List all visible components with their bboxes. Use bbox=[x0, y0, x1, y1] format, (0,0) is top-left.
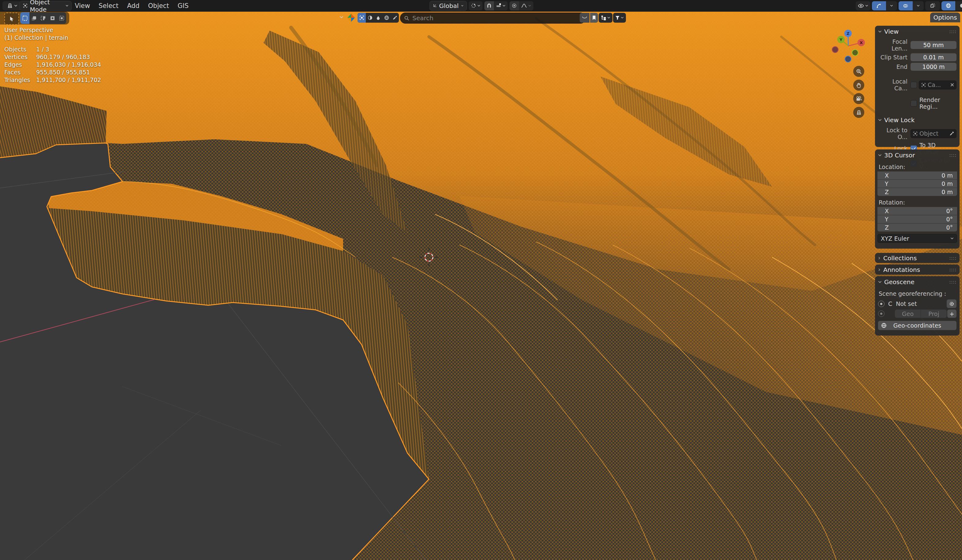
panel-grip-handle[interactable] bbox=[949, 30, 957, 33]
display-mode-dropdown[interactable] bbox=[599, 13, 612, 23]
proportional-edit-toggle[interactable] bbox=[510, 1, 519, 10]
mode-dropdown[interactable]: Object Mode bbox=[19, 1, 72, 11]
panel-collections[interactable]: Collections bbox=[875, 253, 960, 263]
panel-grip-handle[interactable] bbox=[949, 280, 957, 284]
rotation-order-dropdown[interactable]: XYZ Euler bbox=[877, 234, 957, 243]
clip-start-field[interactable]: 0.01 m bbox=[910, 53, 957, 61]
crs-settings-button[interactable] bbox=[947, 299, 957, 308]
visibility-dropdown[interactable] bbox=[856, 1, 870, 10]
select-box-button[interactable] bbox=[20, 12, 29, 24]
crs-radio[interactable] bbox=[878, 301, 885, 307]
render-region-checkbox[interactable] bbox=[910, 100, 917, 106]
cursor-rot-y[interactable]: Y0° bbox=[877, 215, 957, 223]
cursor-rot-z[interactable]: Z0° bbox=[877, 224, 957, 232]
show-overlays-toggle[interactable] bbox=[899, 1, 913, 10]
options-button[interactable]: Options bbox=[930, 13, 960, 23]
select-intersect-button[interactable] bbox=[57, 12, 66, 24]
snap-toggle-button[interactable] bbox=[484, 1, 494, 10]
header-collapse-button[interactable] bbox=[579, 13, 589, 23]
navigation-gizmo[interactable]: Z Y X bbox=[827, 27, 870, 64]
filter-dropdown[interactable] bbox=[613, 13, 626, 23]
shading-solid-button[interactable] bbox=[955, 1, 962, 10]
xray-toggle[interactable] bbox=[925, 1, 940, 10]
gizmo-x-label: X bbox=[860, 40, 863, 45]
geo-button[interactable]: Geo bbox=[895, 309, 921, 318]
menu-select[interactable]: Select bbox=[97, 2, 120, 10]
shading-wireframe-button[interactable] bbox=[941, 1, 955, 10]
proportional-falloff-dropdown[interactable] bbox=[519, 1, 533, 10]
collection-label: (1) Collection | terrain bbox=[4, 34, 101, 42]
gis-clean-button[interactable] bbox=[391, 13, 399, 23]
perspective-label: User Perspective bbox=[4, 26, 101, 34]
chevron-down-icon bbox=[878, 281, 882, 283]
select-invert-button[interactable] bbox=[48, 12, 57, 24]
add-crs-button[interactable]: + bbox=[947, 309, 957, 318]
panel-annotations[interactable]: Annotations bbox=[875, 264, 960, 275]
gis-basemap-button[interactable] bbox=[366, 13, 374, 23]
select-extend-button[interactable] bbox=[29, 12, 39, 24]
chevron-down-icon bbox=[528, 5, 531, 7]
panel-grip-handle[interactable] bbox=[949, 154, 957, 157]
panel-grip-handle[interactable] bbox=[949, 268, 957, 272]
local-camera-object-field[interactable]: Ca... bbox=[919, 80, 957, 89]
geo-coordinates-button[interactable]: Geo-coordinates bbox=[878, 321, 957, 330]
focal-length-field[interactable]: 50 mm bbox=[910, 41, 957, 49]
search-input[interactable] bbox=[412, 14, 560, 22]
gizmo-z-neg-axis[interactable] bbox=[845, 56, 851, 62]
panel-geoscene-header[interactable]: Geoscene bbox=[875, 276, 960, 287]
panel-grip-handle[interactable] bbox=[949, 257, 957, 260]
panel-view-header[interactable]: View bbox=[875, 26, 960, 37]
pivot-point-dropdown[interactable] bbox=[469, 1, 483, 10]
camera-view-button[interactable] bbox=[853, 93, 864, 104]
chevron-down-icon bbox=[461, 5, 463, 7]
panel-geoscene: Geoscene Scene georeferencing : C Not se… bbox=[875, 276, 960, 336]
bookmark-button[interactable] bbox=[590, 13, 598, 23]
geo-proj-radio[interactable] bbox=[878, 311, 885, 317]
pan-button[interactable] bbox=[853, 80, 864, 91]
zoom-button[interactable] bbox=[853, 66, 864, 77]
blender-window: Object Mode View Select Add Object GIS G… bbox=[0, 0, 962, 560]
overlays-dropdown[interactable] bbox=[913, 1, 924, 10]
chevron-down-icon bbox=[865, 5, 868, 7]
clip-end-row: End 1000 m bbox=[878, 63, 957, 71]
transform-orientation-dropdown[interactable]: Global bbox=[429, 1, 467, 11]
perspective-toggle-button[interactable] bbox=[853, 107, 864, 118]
gizmo-y-neg-axis[interactable] bbox=[852, 50, 858, 56]
menu-add[interactable]: Add bbox=[125, 2, 142, 10]
active-tool-tweak-button[interactable] bbox=[4, 13, 19, 25]
close-icon[interactable] bbox=[951, 83, 954, 87]
mode-label: Object Mode bbox=[30, 0, 63, 13]
menu-object[interactable]: Object bbox=[146, 2, 171, 10]
lock-object-field[interactable]: Object bbox=[910, 129, 957, 138]
cursor-loc-y[interactable]: Y0 m bbox=[877, 180, 957, 188]
snap-target-dropdown[interactable] bbox=[494, 1, 508, 10]
chevron-down-icon bbox=[878, 154, 882, 157]
eyedropper-icon[interactable] bbox=[949, 131, 954, 136]
cursor-loc-z[interactable]: Z0 m bbox=[877, 188, 957, 196]
gizmo-x-neg-axis[interactable] bbox=[832, 47, 838, 53]
gis-select-object-button[interactable] bbox=[358, 13, 366, 23]
search-bar bbox=[400, 13, 586, 24]
clip-end-field[interactable]: 1000 m bbox=[910, 63, 957, 71]
local-camera-checkbox[interactable] bbox=[910, 82, 917, 88]
gis-drop-button[interactable] bbox=[374, 13, 383, 23]
menu-view[interactable]: View bbox=[73, 2, 92, 10]
panel-view-title: View bbox=[884, 28, 899, 35]
editor-type-button[interactable] bbox=[2, 1, 22, 10]
show-gizmo-toggle[interactable] bbox=[872, 1, 886, 10]
collapse-chevron-icon[interactable] bbox=[339, 16, 344, 19]
geo-proj-segment: Geo Proj bbox=[895, 309, 947, 318]
select-invert-icon bbox=[50, 15, 55, 21]
proj-button[interactable]: Proj bbox=[921, 309, 947, 318]
panel-3d-cursor-header[interactable]: 3D Cursor bbox=[875, 150, 960, 161]
panel-viewlock-header[interactable]: View Lock bbox=[875, 114, 960, 125]
cursor-loc-x[interactable]: X0 m bbox=[877, 171, 957, 179]
crs-row: C Not set bbox=[878, 299, 957, 308]
globe-icon bbox=[881, 323, 887, 328]
gizmo-dropdown[interactable] bbox=[886, 1, 897, 10]
viewport-3d[interactable] bbox=[0, 0, 962, 560]
menu-gis[interactable]: GIS bbox=[176, 2, 190, 10]
select-subtract-button[interactable] bbox=[39, 12, 48, 24]
gis-globe-button[interactable] bbox=[383, 13, 391, 23]
cursor-rot-x[interactable]: X0° bbox=[877, 207, 957, 215]
